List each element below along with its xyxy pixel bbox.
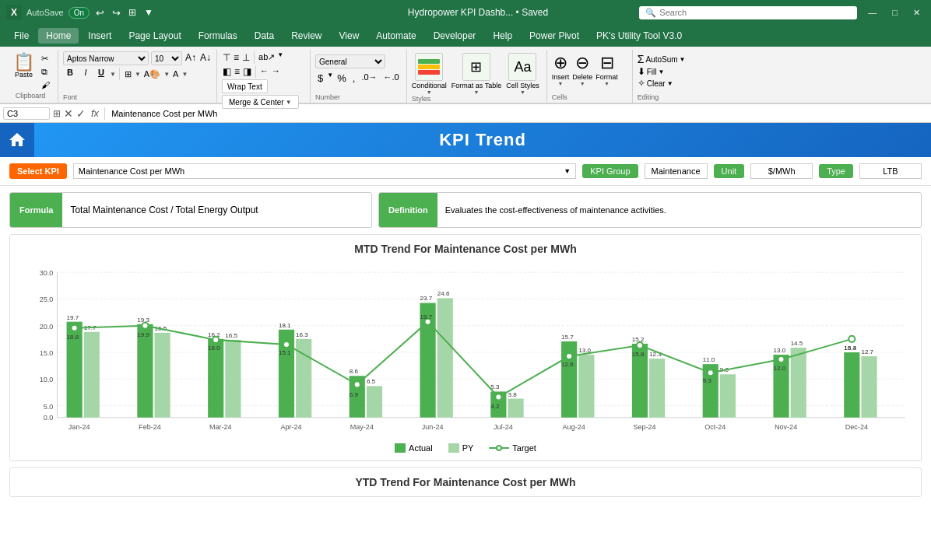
kpi-dropdown[interactable]: Maintenance Cost per MWh ▼: [73, 163, 576, 179]
angle-dropdown[interactable]: ▼: [277, 51, 283, 64]
align-left-icon[interactable]: ◧: [222, 65, 232, 78]
menu-home[interactable]: Home: [38, 28, 79, 44]
home-button[interactable]: [0, 123, 34, 157]
menu-help[interactable]: Help: [485, 28, 520, 44]
menu-formulas[interactable]: Formulas: [191, 28, 245, 44]
menu-pks-utility[interactable]: PK's Utility Tool V3.0: [588, 28, 690, 44]
format-dropdown[interactable]: ▼: [604, 81, 610, 86]
insert-dropdown[interactable]: ▼: [558, 81, 564, 86]
menu-view[interactable]: View: [332, 28, 367, 44]
fill-button[interactable]: ⬇ Fill ▼: [638, 66, 706, 77]
underline-button[interactable]: U: [94, 67, 108, 81]
font-color-dropdown[interactable]: ▼: [181, 71, 188, 78]
redo-icon[interactable]: ↪: [111, 7, 122, 19]
conditional-formatting-button[interactable]: Conditional ▼: [412, 53, 447, 95]
menu-data[interactable]: Data: [247, 28, 282, 44]
more-tools-icon[interactable]: ▼: [142, 7, 155, 18]
menu-developer[interactable]: Developer: [426, 28, 484, 44]
format-as-table-button[interactable]: ⊞ Format as Table ▼: [451, 53, 501, 95]
maximize-icon[interactable]: □: [887, 8, 902, 17]
autosave-toggle[interactable]: On: [69, 7, 90, 19]
align-center-icon[interactable]: ≡: [234, 65, 241, 78]
percent-button[interactable]: %: [335, 72, 349, 85]
svg-text:Mar-24: Mar-24: [209, 423, 232, 431]
menu-page-layout[interactable]: Page Layout: [121, 28, 188, 44]
comma-button[interactable]: ,: [350, 72, 358, 85]
format-table-dropdown[interactable]: ▼: [474, 89, 480, 95]
paste-button[interactable]: 📋 Paste: [9, 51, 38, 90]
bar-py-aug: [578, 355, 594, 418]
border-dropdown[interactable]: ▼: [135, 71, 141, 78]
fill-dropdown[interactable]: ▼: [163, 71, 170, 78]
align-bottom-icon[interactable]: ⊥: [241, 51, 251, 64]
align-middle-icon[interactable]: ≡: [233, 51, 240, 64]
svg-text:15.1: 15.1: [279, 349, 291, 356]
bar-py-oct: [720, 374, 736, 417]
bold-button[interactable]: B: [63, 67, 77, 81]
search-box[interactable]: 🔍: [639, 6, 857, 19]
font-size-decrease-icon[interactable]: A↓: [199, 51, 212, 65]
italic-button[interactable]: I: [79, 67, 93, 81]
format-painter-icon[interactable]: 🖌: [40, 79, 51, 90]
menu-file[interactable]: File: [6, 28, 37, 44]
kpi-dropdown-arrow: ▼: [564, 167, 571, 175]
autosum-dropdown[interactable]: ▼: [680, 56, 686, 63]
clear-button[interactable]: ✧ Clear ▼: [638, 78, 706, 89]
currency-dropdown[interactable]: ▼: [327, 72, 333, 85]
close-icon[interactable]: ✕: [908, 8, 925, 18]
cancel-formula-icon[interactable]: ✕: [64, 107, 73, 120]
underline-dropdown[interactable]: ▼: [110, 71, 116, 78]
clear-dropdown[interactable]: ▼: [667, 80, 673, 87]
angle-text-button[interactable]: ab↗: [258, 51, 276, 64]
decimal-increase-button[interactable]: .0→: [359, 72, 379, 85]
menu-automate[interactable]: Automate: [368, 28, 423, 44]
wrap-text-button[interactable]: Wrap Text: [222, 79, 268, 93]
fill-dropdown[interactable]: ▼: [659, 68, 665, 75]
svg-text:8.6: 8.6: [350, 368, 359, 375]
fx-button[interactable]: fx: [89, 107, 101, 119]
conditional-dropdown[interactable]: ▼: [427, 89, 432, 95]
svg-text:14.5: 14.5: [791, 340, 803, 347]
excel-icon: X: [6, 5, 22, 20]
indent-decrease-icon[interactable]: ←: [259, 65, 269, 78]
font-color-button[interactable]: A: [171, 68, 180, 79]
file-name: Hydropower KPI Dashb... • Saved: [323, 7, 634, 18]
select-kpi-button[interactable]: Select KPI: [9, 163, 67, 179]
align-top-icon[interactable]: ⊤: [222, 51, 231, 64]
font-size-selector[interactable]: 10: [151, 51, 182, 65]
font-size-increase-icon[interactable]: A↑: [184, 51, 197, 65]
cell-functions-icon[interactable]: ⊞: [53, 108, 61, 119]
number-format-selector[interactable]: General: [315, 54, 385, 68]
svg-text:Jul-24: Jul-24: [494, 423, 513, 431]
currency-button[interactable]: $: [315, 72, 325, 85]
decimal-decrease-button[interactable]: ←.0: [381, 72, 402, 85]
align-right-icon[interactable]: ◨: [242, 65, 252, 78]
delete-dropdown[interactable]: ▼: [580, 81, 585, 86]
type-value: LTB: [859, 163, 922, 179]
delete-button[interactable]: ⊖ Delete ▼: [572, 53, 592, 86]
copy-icon[interactable]: ⧉: [40, 66, 51, 78]
font-selector[interactable]: Aptos Narrow: [63, 51, 149, 65]
fill-color-button[interactable]: A🎨: [142, 68, 162, 80]
undo-icon[interactable]: ↩: [94, 7, 106, 19]
cell-reference-input[interactable]: [3, 107, 50, 120]
confirm-formula-icon[interactable]: ✓: [76, 107, 86, 120]
conditional-label: Conditional: [412, 82, 447, 89]
cell-styles-button[interactable]: Aa Cell Styles ▼: [506, 53, 539, 95]
formula-input[interactable]: [108, 109, 928, 118]
menu-insert[interactable]: Insert: [80, 28, 119, 44]
cut-icon[interactable]: ✂: [40, 53, 51, 65]
insert-button[interactable]: ⊕ Insert ▼: [552, 53, 570, 86]
cell-styles-dropdown[interactable]: ▼: [520, 89, 525, 95]
menu-review[interactable]: Review: [283, 28, 329, 44]
search-input[interactable]: [659, 8, 831, 17]
autosum-button[interactable]: Σ AutoSum ▼: [638, 53, 706, 65]
merge-center-button[interactable]: Merge & Center▼: [222, 95, 299, 109]
indent-increase-icon[interactable]: →: [271, 65, 281, 78]
menu-power-pivot[interactable]: Power Pivot: [522, 28, 587, 44]
border-button[interactable]: ⊞: [123, 68, 133, 80]
svg-text:Nov-24: Nov-24: [775, 423, 797, 431]
format-button[interactable]: ⊟ Format ▼: [595, 53, 618, 86]
minimize-icon[interactable]: —: [863, 8, 881, 17]
table-icon[interactable]: ⊞: [127, 7, 138, 18]
